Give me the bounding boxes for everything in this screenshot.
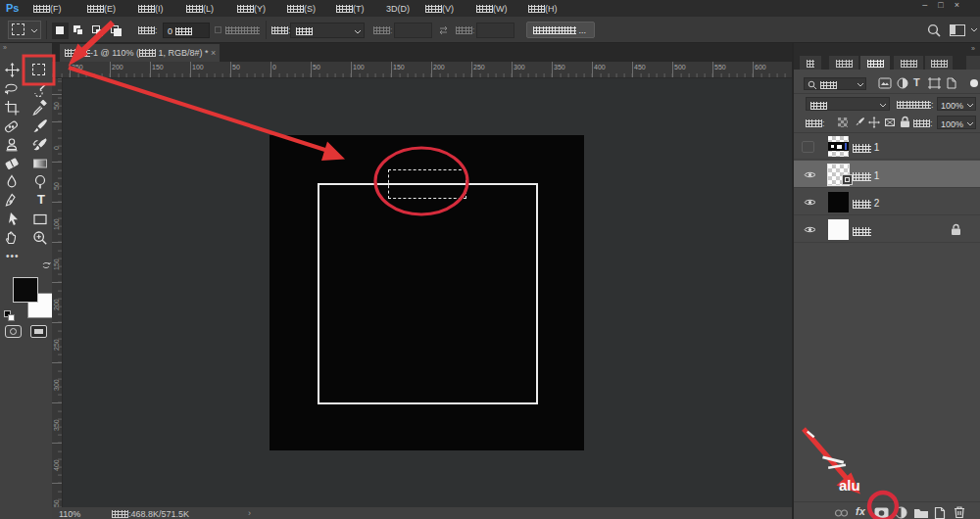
svg-text:alu: alu	[839, 477, 860, 494]
